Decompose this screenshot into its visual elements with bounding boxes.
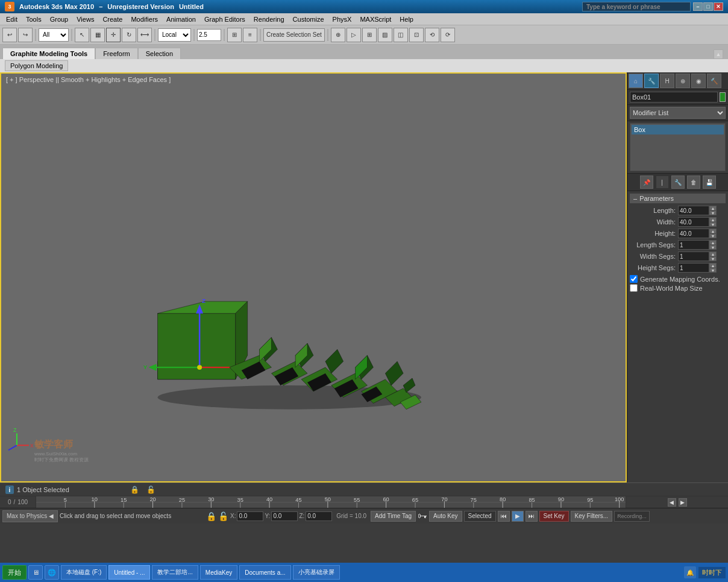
play-btn[interactable]: ▶ bbox=[512, 511, 524, 522]
max-physics-toggle[interactable]: Max to Physics ◀ bbox=[2, 510, 58, 522]
mirror-btn[interactable]: ⊞ bbox=[227, 28, 242, 42]
key-icon[interactable]: 🗝 bbox=[418, 511, 427, 522]
param-widthsegs-up[interactable]: ▲ bbox=[709, 251, 717, 256]
mod-wrench-icon[interactable]: 🔧 bbox=[671, 176, 685, 189]
search-box[interactable]: Type a keyword or phrase bbox=[582, 2, 691, 11]
anim-lock-icon[interactable]: 🔒 bbox=[206, 511, 216, 521]
minimize-btn[interactable]: – bbox=[693, 2, 703, 11]
menu-help[interactable]: Help bbox=[396, 14, 417, 24]
menu-graph-editors[interactable]: Graph Editors bbox=[201, 14, 249, 24]
ribbon-tab-selection[interactable]: Selection bbox=[138, 48, 181, 59]
prev-frame-btn[interactable]: ⏮ bbox=[498, 511, 510, 522]
ribbon-tab-freeform[interactable]: Freeform bbox=[95, 48, 138, 59]
rotate-tool-btn[interactable]: ↻ bbox=[122, 28, 136, 42]
param-width-input[interactable] bbox=[678, 217, 709, 227]
lock-icon-2[interactable]: 🔓 bbox=[146, 486, 155, 494]
mod-options-btn[interactable]: 💾 bbox=[703, 176, 716, 189]
key-filters-btn[interactable]: Key Filters... bbox=[571, 511, 613, 522]
redo-btn[interactable]: ↪ bbox=[18, 28, 33, 42]
taskbar-icon-2[interactable]: 🌐 bbox=[45, 565, 59, 580]
extra-tool-6[interactable]: ⟲ bbox=[425, 28, 439, 42]
menu-rendering[interactable]: Rendering bbox=[250, 14, 288, 24]
time-nav-left[interactable]: ◀ bbox=[668, 498, 676, 507]
param-length-input[interactable] bbox=[678, 206, 709, 215]
extra-tool-1[interactable]: ▷ bbox=[347, 28, 361, 42]
param-height-input[interactable] bbox=[678, 229, 709, 238]
taskbar-notif-icon[interactable]: 🔔 bbox=[684, 566, 696, 578]
lock-icon[interactable]: 🔒 bbox=[130, 486, 139, 494]
ribbon-collapse-btn[interactable]: ▲ bbox=[714, 49, 723, 59]
panel-tab-utilities[interactable]: 🔨 bbox=[707, 74, 721, 88]
taskbar-item-disk[interactable]: 本地磁盘 (F:) bbox=[61, 565, 107, 580]
param-heightsegs-down[interactable]: ▼ bbox=[709, 268, 717, 273]
y-coord-input[interactable] bbox=[271, 511, 298, 521]
menu-modifiers[interactable]: Modifiers bbox=[127, 14, 162, 24]
anim-lock2-icon[interactable]: 🔓 bbox=[218, 511, 228, 521]
extra-tool-3[interactable]: ▨ bbox=[378, 28, 392, 42]
polygon-modeling-tab[interactable]: Polygon Modeling bbox=[5, 60, 68, 71]
select-tool-btn[interactable]: ↖ bbox=[75, 28, 89, 42]
taskbar-item-documents[interactable]: Documents a... bbox=[239, 565, 290, 580]
param-heightsegs-input[interactable] bbox=[678, 263, 709, 273]
ribbon-tab-graphite[interactable]: Graphite Modeling Tools bbox=[2, 48, 95, 59]
panel-tab-create[interactable]: ⌂ bbox=[629, 74, 643, 88]
undo-btn[interactable]: ↩ bbox=[2, 28, 17, 42]
x-coord-input[interactable] bbox=[237, 511, 263, 521]
add-time-tag-btn[interactable]: Add Time Tag bbox=[371, 511, 416, 522]
close-btn[interactable]: ✕ bbox=[714, 2, 723, 11]
param-width-down[interactable]: ▼ bbox=[709, 222, 717, 227]
extra-tool-2[interactable]: ⊞ bbox=[362, 28, 377, 42]
param-lengthsegs-down[interactable]: ▼ bbox=[709, 245, 717, 250]
panel-tab-display[interactable]: ◉ bbox=[691, 74, 706, 88]
param-widthsegs-input[interactable] bbox=[678, 251, 709, 261]
param-heightsegs-up[interactable]: ▲ bbox=[709, 263, 717, 268]
layer-mgr-btn[interactable]: ⊕ bbox=[331, 28, 345, 42]
start-btn[interactable]: 开始 bbox=[2, 565, 27, 580]
viewport[interactable]: [ + ] Perspective || Smooth + Highlights… bbox=[0, 72, 627, 482]
panel-tab-modify[interactable]: 🔧 bbox=[644, 74, 659, 88]
panel-tab-motion[interactable]: ⊕ bbox=[676, 74, 690, 88]
mod-delete-btn[interactable]: 🗑 bbox=[687, 176, 700, 189]
menu-customize[interactable]: Customize bbox=[289, 14, 328, 24]
param-widthsegs-down[interactable]: ▼ bbox=[709, 256, 717, 261]
param-length-up[interactable]: ▲ bbox=[709, 206, 717, 210]
real-world-checkbox[interactable] bbox=[630, 284, 638, 292]
time-nav-right[interactable]: ▶ bbox=[679, 498, 687, 507]
set-key-btn[interactable]: Set Key bbox=[539, 511, 569, 522]
param-length-down[interactable]: ▼ bbox=[709, 210, 717, 215]
menu-group[interactable]: Group bbox=[46, 14, 72, 24]
scale-tool-btn[interactable]: ⟷ bbox=[137, 28, 152, 42]
param-height-down[interactable]: ▼ bbox=[709, 233, 717, 238]
menu-animation[interactable]: Animation bbox=[163, 14, 199, 24]
auto-key-btn[interactable]: Auto Key bbox=[429, 511, 462, 522]
coord-system-select[interactable]: Local World View bbox=[158, 28, 191, 42]
taskbar-item-mediakey[interactable]: MediaKey bbox=[200, 565, 237, 580]
object-name-input[interactable] bbox=[630, 92, 718, 103]
modifier-list-select[interactable]: Modifier List bbox=[630, 107, 726, 119]
select-filter[interactable]: All bbox=[39, 28, 69, 42]
taskbar-item-luping[interactable]: 小亮基础录屏 bbox=[293, 565, 340, 580]
align-btn[interactable]: ≡ bbox=[243, 28, 257, 42]
create-selection-set-btn[interactable]: Create Selection Set bbox=[263, 28, 325, 42]
extra-tool-7[interactable]: ⟳ bbox=[441, 28, 455, 42]
select-region-btn[interactable]: ▦ bbox=[90, 28, 105, 42]
taskbar-icon-1[interactable]: 🖥 bbox=[28, 565, 43, 580]
extra-tool-5[interactable]: ⊡ bbox=[409, 28, 424, 42]
move-tool-btn[interactable]: ✛ bbox=[106, 28, 121, 42]
z-coord-input[interactable] bbox=[306, 511, 332, 521]
spinner-value-input[interactable] bbox=[197, 29, 221, 41]
param-lengthsegs-input[interactable] bbox=[678, 240, 709, 250]
generate-mapping-checkbox[interactable] bbox=[630, 275, 638, 283]
menu-physx[interactable]: PhysX bbox=[329, 14, 356, 24]
param-lengthsegs-up[interactable]: ▲ bbox=[709, 240, 717, 245]
object-color-swatch[interactable] bbox=[720, 92, 726, 102]
panel-tab-hierarchy[interactable]: H bbox=[660, 74, 674, 88]
taskbar-item-jiaoxue[interactable]: 教学二部培... bbox=[152, 565, 198, 580]
modifier-stack-item[interactable]: Box bbox=[632, 125, 724, 134]
next-frame-btn[interactable]: ⏭ bbox=[526, 511, 538, 522]
param-height-up[interactable]: ▲ bbox=[709, 229, 717, 233]
menu-views[interactable]: Views bbox=[73, 14, 98, 24]
menu-create[interactable]: Create bbox=[99, 14, 126, 24]
extra-tool-4[interactable]: ◫ bbox=[394, 28, 408, 42]
taskbar-item-untitled[interactable]: Untitled - ... bbox=[108, 565, 150, 580]
